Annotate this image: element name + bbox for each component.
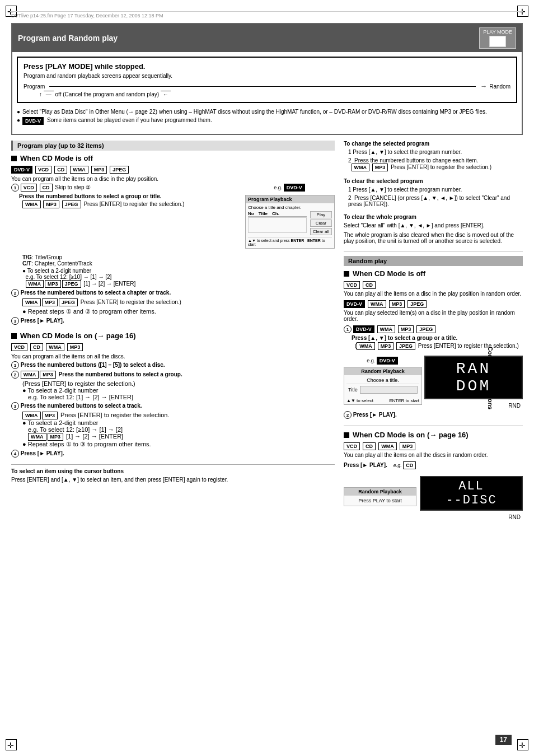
bullet-item-1: ● Select "Play as Data Disc" in Other Me…: [17, 109, 517, 115]
header-text: DVTlive p14-25.fm Page 17 Tuesday, Decem…: [11, 13, 163, 18]
random-step2: 2 Press [► PLAY].: [344, 411, 523, 419]
two-digit-note1: ● To select a 2-digit number e.g. To sel…: [22, 268, 335, 288]
convenient-functions-label: Convenient functions: [487, 347, 494, 409]
random-when-cd-on: When CD Mode is on (→ page 16) VCD CD WM…: [344, 431, 523, 520]
cd-on-step4: 4 Press [► PLAY].: [11, 450, 335, 458]
left-column: Program play (up to 32 items) When CD Mo…: [11, 141, 335, 527]
random-cd-off-badge2: DVD-V WMA MP3 JPEG: [344, 300, 523, 308]
random-cd-on-badges: VCD CD WMA MP3: [344, 442, 523, 450]
clear-program-title: To clear the selected program: [344, 178, 523, 184]
eg-section: e.g. DVD-V Program Playback Choose a tit…: [245, 184, 335, 252]
program-when-cd-off: When CD Mode is off DVD-V VCD CD WMA MP3…: [11, 154, 335, 325]
press-box-title: Press [PLAY MODE] while stopped.: [24, 62, 510, 71]
right-column: To change the selected program 1 Press […: [344, 141, 523, 527]
clear-btn[interactable]: Clear: [310, 220, 332, 227]
page-number: 17: [495, 735, 512, 745]
random-step1-register: (WMA MP3 JPEG Press [ENTER] to register …: [355, 342, 523, 350]
press-play-label: Press [► PLAY]. e.g. CD: [344, 461, 523, 469]
random-cd-on-lcd: ALL--DISC: [420, 476, 523, 511]
change-program: To change the selected program 1 Press […: [344, 141, 523, 171]
clear-step2: 2 Press [CANCEL] (or press [▲, ▼, ◄, ►])…: [348, 195, 523, 207]
step1-register: WMA MP3 JPEG Press [ENTER] to register t…: [22, 200, 242, 208]
step2-register: WMAMP3JPEG Press [ENTER] to register the…: [22, 298, 335, 306]
random-cd-on-display: Random Playback Press PLAY to start ALL-…: [344, 473, 523, 520]
random-cd-off-badge1: VCD CD: [344, 281, 523, 289]
bullet-list: ● Select "Play as Data Disc" in Other Me…: [17, 109, 517, 125]
square-icon: [11, 156, 17, 161]
program-when-cd-on: When CD Mode is on (→ page 16) VCD CD WM…: [11, 332, 335, 458]
press-box: Press [PLAY MODE] while stopped. Program…: [17, 57, 517, 103]
bullet-item-2: ● DVD-V Some items cannot be played even…: [17, 117, 517, 125]
step1-bold: Press the numbered buttons to select a g…: [19, 193, 242, 199]
main-section-box: Program and Random play PLAY MODE Press …: [11, 23, 523, 135]
cd-on-badges: VCD CD WMA MP3: [11, 343, 335, 351]
random-eg-row: e.g. DVD-V Random Playback Choose a titl…: [344, 352, 523, 409]
square-icon-3: [344, 271, 349, 277]
random-cd-off-title: When CD Mode is off: [344, 269, 523, 278]
play-mode-badge: PLAY MODE: [479, 27, 516, 49]
random-cd-off-desc2: You can play selected item(s) on a disc …: [344, 310, 523, 322]
random-cd-on-desc: You can play all the items on all the di…: [344, 452, 523, 458]
dvdv-badge: DVD-V: [22, 117, 44, 125]
clear-whole-title: To clear the whole program: [344, 214, 523, 220]
step3-bold: 3 Press [► PLAY].: [11, 317, 335, 325]
clear-whole-program: To clear the whole program Select "Clear…: [344, 214, 523, 244]
main-section-header: Program and Random play PLAY MODE: [12, 24, 522, 52]
change-program-title: To change the selected program: [344, 141, 523, 147]
divider-2: [344, 426, 523, 426]
random-screen: Random Playback Choose a title. Title ▲▼…: [344, 367, 422, 405]
cd-on-desc: You can program all the items on all the…: [11, 353, 335, 360]
change-step1: 1 Press [▲, ▼] to select the program num…: [348, 149, 523, 155]
step2-bold: 2 Press the numbered buttons to select a…: [11, 289, 335, 297]
program-screen-mockup: Program Playback Choose a title and chap…: [245, 195, 335, 249]
random-when-cd-off: When CD Mode is off VCD CD You can play …: [344, 269, 523, 419]
cd-on-step1: 1 Press the numbered buttons ([1] – [5])…: [11, 361, 335, 369]
main-title: Program and Random play: [18, 34, 118, 43]
random-cd-on-screen: Random Playback Press PLAY to start: [344, 487, 416, 506]
press-box-desc: Program and random playback screens appe…: [24, 73, 510, 79]
cd-on-step2: 2 WMAMP3 Press the numbered buttons to s…: [11, 371, 335, 379]
cd-on-step3: 3 Press the numbered buttons to select a…: [11, 402, 335, 410]
divider: [344, 251, 523, 251]
clear-step1: 1 Press [▲, ▼] to select the program num…: [348, 186, 523, 193]
when-cd-off-title: When CD Mode is off: [11, 154, 335, 162]
content-area: Program play (up to 32 items) When CD Mo…: [11, 141, 523, 527]
square-icon-4: [344, 432, 349, 438]
change-step2: 2 Press the numbered buttons to change e…: [348, 157, 523, 171]
random-step1-bold: Press [▲, ▼] to select a group or a titl…: [352, 335, 523, 341]
random-cd-on-title: When CD Mode is on (→ page 16): [344, 431, 523, 439]
clear-program: To clear the selected program 1 Press [▲…: [344, 178, 523, 207]
square-icon-2: [11, 333, 17, 339]
play-btn[interactable]: Play: [310, 211, 332, 218]
step2-repeat: ● Repeat steps ① and ② to program other …: [22, 308, 335, 315]
step1-note: 1 VCD CD Skip to step ②: [11, 184, 242, 192]
clear-whole-desc2: The whole program is also cleared when t…: [344, 232, 523, 244]
cd-off-badges: DVD-V VCD CD WMA MP3 JPEG: [11, 166, 335, 174]
random-cd-off-desc1: You can play all the items on a disc in …: [344, 291, 523, 297]
cd-off-desc: You can program all the items on a disc …: [11, 176, 335, 182]
footer-note: To select an item using the cursor butto…: [11, 464, 335, 483]
clearall-btn[interactable]: Clear all: [310, 228, 332, 235]
clear-whole-desc1: Select "Clear all" with [▲, ▼, ◄, ►] and…: [344, 222, 523, 228]
header-bar: DVTlive p14-25.fm Page 17 Tuesday, Decem…: [11, 11, 523, 18]
when-cd-on-title: When CD Mode is on (→ page 16): [11, 332, 335, 340]
play-mode-box: [489, 36, 506, 47]
random-lcd: RANDOM: [424, 356, 523, 399]
program-flow: Program → Random: [24, 82, 510, 90]
program-cancel: ↑ — off (Cancel the program and random p…: [35, 91, 510, 97]
cd-off-steps: 1 VCD CD Skip to step ② Press the number…: [11, 184, 242, 210]
program-play-header: Program play (up to 32 items): [11, 141, 335, 151]
tg-label: T/G: Title/Group C/T: Chapter, Content/T…: [22, 254, 335, 267]
random-step1-badges: 1 DVD-V WMA MP3 JPEG: [344, 325, 523, 333]
random-play-header: Random play: [344, 256, 523, 266]
